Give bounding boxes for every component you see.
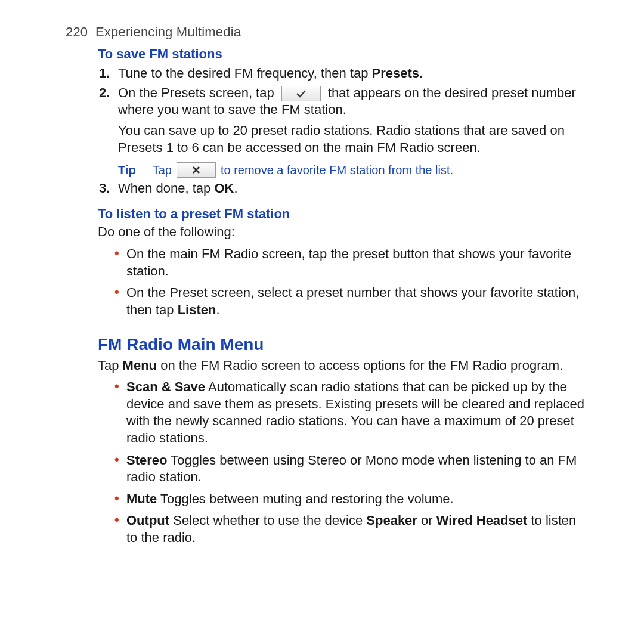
step-2: On the Presets screen, tap that appears … xyxy=(116,85,590,178)
step-3-bold: OK xyxy=(214,181,234,196)
step-2-pre: On the Presets screen, tap xyxy=(118,85,278,100)
page-header: 220 Experiencing Multimedia xyxy=(66,24,590,41)
menu-bullet-output: Output Select whether to use the device … xyxy=(126,512,590,546)
tip-pre: Tap xyxy=(153,162,172,178)
heading-main-menu: FM Radio Main Menu xyxy=(98,334,590,355)
step-2-extra: You can save up to 20 preset radio stati… xyxy=(118,122,590,156)
step-1-text: Tune to the desired FM frequency, then t… xyxy=(118,66,372,80)
menu-intro: Tap Menu on the FM Radio screen to acces… xyxy=(98,357,590,374)
listen-bullets: On the main FM Radio screen, tap the pre… xyxy=(111,246,590,318)
menu-bullet-mute: Mute Toggles between muting and restorin… xyxy=(126,491,590,508)
heading-listen-preset: To listen to a preset FM station xyxy=(98,206,590,223)
tip-row: Tip Tap to remove a favorite FM station … xyxy=(118,162,590,178)
close-icon xyxy=(177,162,216,178)
step-3-pre: When done, tap xyxy=(118,181,214,196)
checkmark-icon xyxy=(281,86,321,101)
menu-bullet-scan: Scan & Save Automatically scan radio sta… xyxy=(126,379,590,447)
tip-label: Tip xyxy=(118,162,136,178)
menu-bullets: Scan & Save Automatically scan radio sta… xyxy=(111,379,590,546)
step-1: Tune to the desired FM frequency, then t… xyxy=(116,65,590,82)
chapter-title: Experiencing Multimedia xyxy=(95,24,241,39)
heading-save-fm: To save FM stations xyxy=(98,46,590,63)
listen-bullet-1: On the main FM Radio screen, tap the pre… xyxy=(126,246,590,280)
save-steps-list: Tune to the desired FM frequency, then t… xyxy=(98,65,590,197)
page-number: 220 xyxy=(66,24,88,39)
step-1-bold: Presets xyxy=(372,66,420,80)
listen-bullet-2: On the Preset screen, select a preset nu… xyxy=(126,284,590,318)
step-3: When done, tap OK. xyxy=(116,180,590,197)
listen-intro: Do one of the following: xyxy=(98,224,590,241)
manual-page: 220 Experiencing Multimedia To save FM s… xyxy=(0,0,644,571)
tip-post: to remove a favorite FM station from the… xyxy=(221,162,453,178)
menu-bullet-stereo: Stereo Toggles between using Stereo or M… xyxy=(126,452,590,486)
